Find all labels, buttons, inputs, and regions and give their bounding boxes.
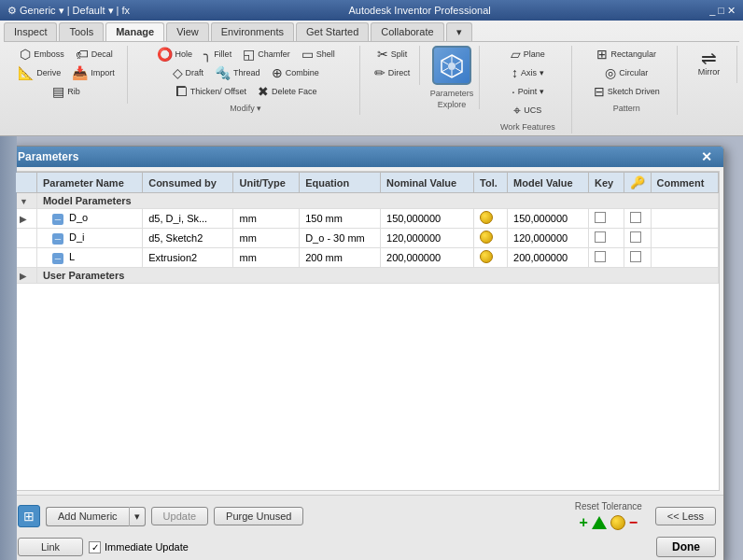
col-header-key: Key <box>588 173 624 193</box>
ribbon-btn-circular[interactable]: ◎ Circular <box>600 64 652 81</box>
tol-plus-button[interactable]: + <box>579 514 587 531</box>
tab-manage[interactable]: Manage <box>105 22 164 41</box>
tol-circle-l[interactable] <box>480 250 493 263</box>
img-do[interactable] <box>624 209 651 229</box>
tol-circle-di[interactable] <box>480 231 493 244</box>
comment-do[interactable] <box>651 209 718 229</box>
link-button[interactable]: Link <box>18 538 83 556</box>
tab-get-started[interactable]: Get Started <box>296 22 369 41</box>
ribbon-btn-point[interactable]: · Point ▾ <box>507 83 549 100</box>
equation-do[interactable]: 150 mm <box>300 209 381 229</box>
equation-l[interactable]: 200 mm <box>300 248 381 268</box>
dialog-close-button[interactable]: ✕ <box>697 150 716 163</box>
import-icon: 📥 <box>72 66 88 79</box>
update-button[interactable]: Update <box>151 507 208 525</box>
ribbon-btn-draft[interactable]: ◇ Draft <box>168 64 209 81</box>
img-di[interactable] <box>624 229 651 248</box>
section-user-parameters-label: User Parameters <box>36 268 718 284</box>
ribbon-btn-direct[interactable]: ✏ Direct <box>370 64 415 81</box>
comment-di[interactable] <box>651 229 718 248</box>
svg-line-4 <box>456 68 462 72</box>
ribbon-btn-sketch-driven[interactable]: ⊟ Sketch Driven <box>589 83 665 100</box>
param-name-l[interactable]: ─ L <box>36 248 142 268</box>
tab-environments[interactable]: Environments <box>211 22 294 41</box>
shape-generator-button[interactable] <box>432 46 471 85</box>
tol-minus-button[interactable]: − <box>629 515 638 530</box>
shape-generator-icon <box>439 52 465 78</box>
window-controls[interactable]: _ □ ✕ <box>709 5 736 17</box>
emboss-icon: ⬡ <box>20 48 31 61</box>
plane-label: Plane <box>524 49 545 59</box>
tab-inspect[interactable]: Inspect <box>4 22 57 41</box>
ribbon-btn-decal[interactable]: 🏷 Decal <box>71 46 118 63</box>
section-expand-arrow[interactable]: ▼ <box>16 193 37 209</box>
param-name-di[interactable]: ─ D_i <box>36 229 142 248</box>
ribbon-btn-import[interactable]: 📥 Import <box>67 64 119 81</box>
ribbon-btn-combine[interactable]: ⊕ Combine <box>267 64 324 81</box>
expand-icon[interactable]: ▼ <box>20 197 28 206</box>
tol-l <box>474 248 508 268</box>
bottom-row-1: ⊞ Add Numeric ▾ Update Purge Unused Rese… <box>18 501 716 531</box>
consumed-by-di: d5, Sketch2 <box>143 229 233 248</box>
unit-type-l: mm <box>233 248 300 268</box>
axis-label: Axis ▾ <box>521 68 544 77</box>
user-expand-icon[interactable]: ▶ <box>20 272 26 281</box>
user-params-expand[interactable]: ▶ <box>16 268 37 284</box>
ribbon-btn-thread[interactable]: 🔩 Thread <box>210 64 265 81</box>
ribbon-btn-ucs[interactable]: ⌖ UCS <box>509 102 546 119</box>
less-button[interactable]: << Less <box>655 507 716 525</box>
col-header-model-value: Model Value <box>508 173 589 193</box>
nav-arrow-do: ▶ <box>20 214 27 224</box>
shell-label: Shell <box>316 49 335 59</box>
tab-collaborate[interactable]: Collaborate <box>371 22 443 41</box>
comment-l[interactable] <box>651 248 718 268</box>
tab-tools[interactable]: Tools <box>59 22 104 41</box>
equation-di[interactable]: D_o - 30 mm <box>300 229 381 248</box>
key-checkbox-do[interactable] <box>595 212 606 223</box>
tab-view[interactable]: View <box>166 22 209 41</box>
img-l[interactable] <box>624 248 651 268</box>
direct-icon: ✏ <box>374 66 386 79</box>
ribbon-btn-thicken[interactable]: ⧠ Thicken/ Offset <box>170 83 251 100</box>
ribbon-btn-chamfer[interactable]: ◱ Chamfer <box>238 46 295 63</box>
col-header-comment: Comment <box>651 173 718 193</box>
key-di[interactable] <box>588 229 624 248</box>
point-label: Point ▾ <box>518 87 544 96</box>
mirror-label: Mirror <box>698 67 721 77</box>
tol-circle-do[interactable] <box>480 211 493 224</box>
ribbon-btn-plane[interactable]: ▱ Plane <box>506 46 550 63</box>
done-button[interactable]: Done <box>656 537 716 557</box>
ribbon-btn-emboss[interactable]: ⬡ Emboss <box>15 46 69 63</box>
ribbon-btn-mirror[interactable]: ⇌ Mirror <box>693 46 726 79</box>
ribbon-btn-hole[interactable]: ⭕ Hole <box>152 46 198 63</box>
model-value-do: 150,000000 <box>508 209 589 229</box>
ribbon-btn-fillet[interactable]: ╮ Fillet <box>199 46 236 63</box>
ribbon-btn-delete-face[interactable]: ✖ Delete Face <box>253 83 322 100</box>
key-checkbox-l[interactable] <box>595 251 606 262</box>
params-icon-button[interactable]: ⊞ <box>18 505 40 527</box>
tol-circle-button[interactable] <box>610 515 625 530</box>
immediate-update-checkbox[interactable]: ✓ <box>89 541 101 553</box>
row-nav: ▶ <box>16 209 37 229</box>
img-checkbox-di[interactable] <box>630 231 641 243</box>
add-numeric-button[interactable]: Add Numeric <box>46 507 129 526</box>
ribbon-btn-shell[interactable]: ▭ Shell <box>297 46 340 63</box>
tol-triangle-button[interactable] <box>592 516 607 529</box>
param-icon-di: ─ <box>52 233 63 245</box>
ribbon-btn-axis[interactable]: ↕ Axis ▾ <box>507 64 549 81</box>
key-l[interactable] <box>588 248 624 268</box>
ribbon-btn-derive[interactable]: 📐 Derive <box>13 64 65 81</box>
img-checkbox-l[interactable] <box>630 251 641 262</box>
tab-extra[interactable]: ▾ <box>446 22 472 41</box>
add-numeric-arrow-button[interactable]: ▾ <box>129 507 146 526</box>
hole-label: Hole <box>175 49 193 59</box>
key-checkbox-di[interactable] <box>595 231 606 243</box>
purge-unused-button[interactable]: Purge Unused <box>214 507 303 525</box>
immediate-update-label[interactable]: ✓ Immediate Update <box>89 541 189 553</box>
ribbon-btn-rectangular[interactable]: ⊞ Rectangular <box>592 46 661 63</box>
key-do[interactable] <box>588 209 624 229</box>
ribbon-btn-split[interactable]: ✂ Split <box>372 46 413 63</box>
ribbon-btn-rib[interactable]: ▤ Rib <box>48 83 85 100</box>
img-checkbox-do[interactable] <box>630 212 641 223</box>
param-name-do[interactable]: ─ D_o <box>36 209 142 229</box>
